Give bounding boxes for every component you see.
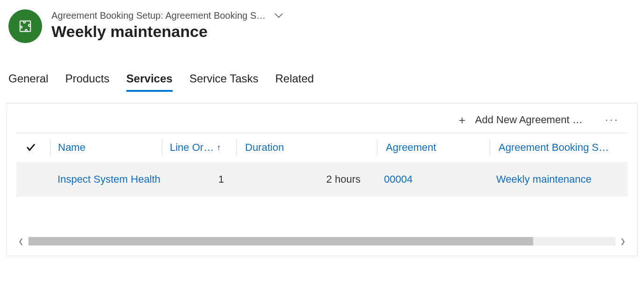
tab-related[interactable]: Related [275,72,314,92]
chevron-down-icon[interactable] [274,10,283,21]
column-header-booking-setup[interactable]: Agreement Booking S… [499,141,609,154]
scroll-track[interactable] [29,237,615,245]
column-header-agreement[interactable]: Agreement [386,141,436,154]
services-pane: ＋ Add New Agreement … ··· Name Line Or… … [7,103,637,256]
add-new-agreement-label: Add New Agreement … [475,114,583,126]
cell-booking-setup-link[interactable]: Weekly maintenance [496,173,592,185]
column-headers: Name Line Or… ↑ Duration Agreement Agree… [16,133,628,162]
table-row[interactable]: Inspect System Health 1 2 hours 00004 We… [16,162,628,197]
add-new-agreement-button[interactable]: ＋ Add New Agreement … [456,114,583,126]
scroll-right-icon[interactable]: ❯ [618,237,628,245]
check-icon [26,142,36,153]
tab-products[interactable]: Products [65,72,109,92]
select-all-column[interactable] [16,142,50,153]
scroll-left-icon[interactable]: ❮ [16,237,26,245]
more-commands-button[interactable]: ··· [605,114,622,126]
grid-toolbar: ＋ Add New Agreement … ··· [16,108,628,133]
tab-service-tasks[interactable]: Service Tasks [189,72,259,92]
entity-avatar [8,9,42,43]
scroll-thumb[interactable] [29,237,533,245]
tab-general[interactable]: General [8,72,48,92]
column-header-duration[interactable]: Duration [245,141,284,154]
cell-line-order: 1 [169,173,235,185]
column-header-name[interactable]: Name [58,141,86,154]
page-header: Agreement Booking Setup: Agreement Booki… [0,0,644,48]
cell-agreement-link[interactable]: 00004 [384,173,412,185]
cell-name-link[interactable]: Inspect System Health [58,173,160,185]
breadcrumb[interactable]: Agreement Booking Setup: Agreement Booki… [51,10,266,21]
horizontal-scrollbar[interactable]: ❮ ❯ [16,236,628,246]
cell-duration: 2 hours [244,173,376,185]
puzzle-icon [18,19,32,33]
sort-ascending-icon: ↑ [217,143,221,153]
tab-services[interactable]: Services [126,72,173,92]
column-header-line-order[interactable]: Line Or… [170,141,214,154]
page-title: Weekly maintenance [51,22,283,41]
plus-icon: ＋ [456,114,468,126]
tab-bar: General Products Services Service Tasks … [0,48,644,92]
